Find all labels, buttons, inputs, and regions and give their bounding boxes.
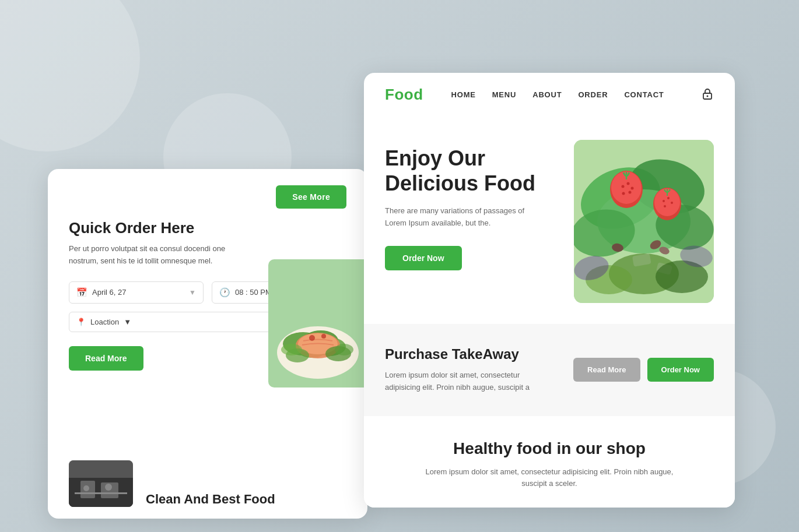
svg-point-40 bbox=[667, 197, 670, 199]
svg-point-34 bbox=[631, 187, 634, 190]
hero-section: Enjoy OurDelicious Food There are many v… bbox=[364, 117, 735, 324]
date-arrow-icon: ▼ bbox=[189, 288, 196, 297]
quick-order-desc: Per ut porro volutpat sit ea consul doce… bbox=[69, 243, 244, 267]
clean-food-image bbox=[69, 460, 133, 507]
nav-order[interactable]: ORDER bbox=[578, 90, 608, 99]
nav-menu[interactable]: MENU bbox=[492, 90, 516, 99]
see-more-row: See More bbox=[69, 169, 346, 209]
healthy-section: Healthy food in our shop Lorem ipsum dol… bbox=[364, 416, 735, 508]
svg-point-13 bbox=[335, 344, 353, 355]
date-select[interactable]: 📅 April 6, 27 ▼ bbox=[69, 281, 204, 304]
svg-point-8 bbox=[309, 335, 315, 341]
location-icon: 📍 bbox=[76, 318, 86, 326]
hero-text: Enjoy OurDelicious Food There are many v… bbox=[385, 140, 574, 270]
hero-food-image bbox=[574, 140, 714, 303]
location-arrow-icon: ▼ bbox=[124, 318, 131, 326]
clean-best-title: Clean And Best Food bbox=[146, 492, 275, 507]
svg-rect-18 bbox=[75, 492, 127, 494]
takeaway-section: Purchase TakeAway Lorem ipsum dolor sit … bbox=[364, 324, 735, 416]
see-more-button[interactable]: See More bbox=[276, 185, 346, 209]
back-card-bottom-section: Clean And Best Food bbox=[48, 449, 367, 519]
date-value: April 6, 27 bbox=[92, 288, 127, 297]
takeaway-title: Purchase TakeAway bbox=[385, 346, 573, 362]
nav-links: HOME MENU ABOUT ORDER CONTACT bbox=[451, 90, 701, 99]
bg-circle-1 bbox=[0, 0, 140, 152]
location-placeholder: Loaction bbox=[90, 318, 119, 326]
svg-point-22 bbox=[707, 95, 709, 97]
svg-point-39 bbox=[663, 200, 665, 202]
svg-point-9 bbox=[321, 334, 326, 339]
hero-order-now-button[interactable]: Order Now bbox=[385, 246, 462, 270]
svg-point-12 bbox=[281, 344, 302, 355]
hero-desc: There are many variations of passages of… bbox=[385, 205, 525, 230]
takeaway-text: Purchase TakeAway Lorem ipsum dolor sit … bbox=[385, 346, 573, 394]
front-card: Food HOME MENU ABOUT ORDER CONTACT Enjoy… bbox=[364, 73, 735, 508]
healthy-title: Healthy food in our shop bbox=[385, 439, 714, 458]
lock-icon[interactable] bbox=[701, 87, 714, 103]
takeaway-actions: Read More Order Now bbox=[573, 358, 714, 382]
back-card-read-more-button[interactable]: Read More bbox=[69, 346, 143, 371]
nav-about[interactable]: ABOUT bbox=[532, 90, 562, 99]
healthy-desc: Lorem ipsum dolor sit amet, consectetur … bbox=[421, 466, 678, 491]
takeaway-desc: Lorem ipsum dolor sit amet, consectetur … bbox=[385, 369, 548, 394]
svg-point-42 bbox=[664, 205, 666, 207]
nav-contact[interactable]: CONTACT bbox=[624, 90, 664, 99]
quick-order-title: Quick Order Here bbox=[69, 219, 346, 237]
calendar-icon: 📅 bbox=[76, 287, 87, 298]
time-value: 08 : 50 PM bbox=[235, 288, 272, 297]
svg-point-35 bbox=[622, 192, 625, 195]
navbar: Food HOME MENU ABOUT ORDER CONTACT bbox=[364, 73, 735, 117]
takeaway-read-more-button[interactable]: Read More bbox=[573, 358, 640, 382]
svg-point-32 bbox=[622, 185, 625, 188]
takeaway-order-now-button[interactable]: Order Now bbox=[647, 358, 714, 382]
clock-icon: 🕐 bbox=[219, 287, 230, 298]
svg-point-36 bbox=[629, 191, 632, 194]
svg-point-19 bbox=[83, 485, 89, 491]
nav-logo[interactable]: Food bbox=[385, 86, 423, 104]
nav-home[interactable]: HOME bbox=[451, 90, 476, 99]
back-card: See More Quick Order Here Per ut porro v… bbox=[48, 169, 367, 519]
hero-title: Enjoy OurDelicious Food bbox=[385, 146, 574, 196]
svg-point-41 bbox=[671, 202, 673, 204]
svg-point-20 bbox=[105, 484, 112, 491]
back-card-food-image bbox=[268, 259, 367, 387]
svg-point-33 bbox=[627, 182, 630, 185]
